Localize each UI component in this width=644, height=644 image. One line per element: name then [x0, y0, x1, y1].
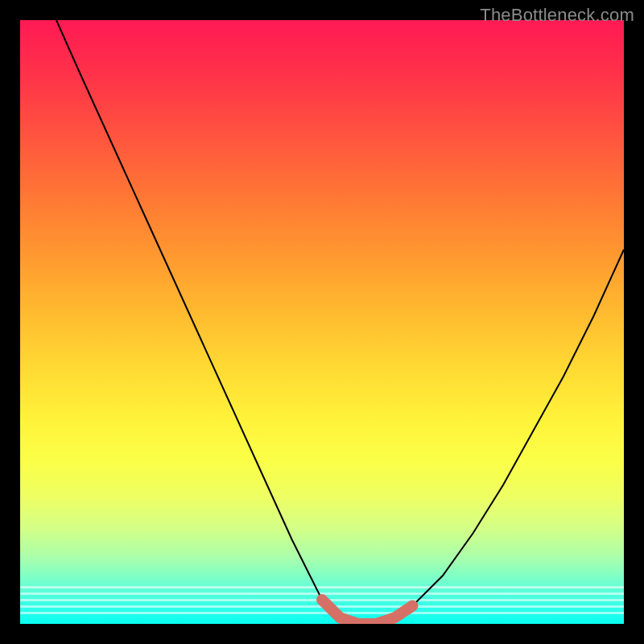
curve-svg: [20, 20, 624, 624]
highlight-minimum: [322, 600, 413, 624]
plot-area: [20, 20, 624, 624]
attribution-text: TheBottleneck.com: [480, 5, 634, 26]
curve-main: [56, 20, 624, 624]
chart-frame: TheBottleneck.com: [0, 0, 644, 644]
